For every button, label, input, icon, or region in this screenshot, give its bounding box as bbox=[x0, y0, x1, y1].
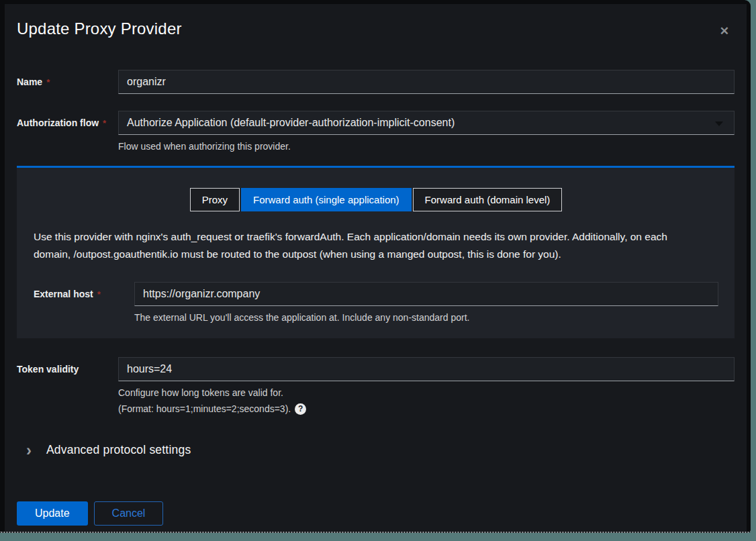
authorization-flow-row: Authorization flow* Authorize Applicatio… bbox=[17, 111, 735, 152]
required-marker: * bbox=[103, 118, 106, 128]
close-icon[interactable]: ✕ bbox=[717, 24, 732, 38]
page-title: Update Proxy Provider bbox=[17, 19, 182, 39]
chevron-down-icon bbox=[715, 121, 723, 126]
proxy-mode-tabs: Proxy Forward auth (single application) … bbox=[34, 188, 718, 211]
token-validity-label: Token validity bbox=[17, 357, 118, 381]
external-host-label: External host* bbox=[34, 282, 134, 307]
external-host-row: External host* The external URL you'll a… bbox=[34, 282, 718, 324]
name-input[interactable] bbox=[118, 70, 735, 94]
update-button[interactable]: Update bbox=[17, 501, 88, 526]
window-frame: Update Proxy Provider ✕ Name* Authorizat… bbox=[0, 0, 751, 533]
required-marker: * bbox=[97, 289, 101, 299]
advanced-protocol-settings-expander[interactable]: › Advanced protocol settings bbox=[17, 443, 735, 457]
modal-header: Update Proxy Provider ✕ bbox=[17, 19, 735, 39]
chevron-right-icon: › bbox=[26, 444, 32, 457]
token-validity-help: Configure how long tokens are valid for. bbox=[118, 387, 735, 399]
token-validity-format-help: (Format: hours=1;minutes=2;seconds=3). ? bbox=[118, 403, 735, 415]
cancel-button[interactable]: Cancel bbox=[94, 501, 164, 526]
modal-footer: Update Cancel bbox=[17, 501, 735, 526]
authorization-flow-selected-value: Authorize Application (default-provider-… bbox=[127, 117, 455, 128]
required-marker: * bbox=[46, 77, 50, 87]
token-validity-row: Token validity Configure how long tokens… bbox=[17, 357, 735, 415]
name-field-row: Name* bbox=[17, 70, 735, 95]
advanced-protocol-settings-label: Advanced protocol settings bbox=[46, 443, 191, 457]
proxy-mode-card: Proxy Forward auth (single application) … bbox=[17, 166, 735, 338]
tab-proxy[interactable]: Proxy bbox=[190, 188, 240, 211]
tab-forward-auth-single-application[interactable]: Forward auth (single application) bbox=[241, 188, 412, 211]
authorization-flow-help: Flow used when authorizing this provider… bbox=[118, 140, 735, 152]
external-host-input[interactable] bbox=[134, 282, 718, 306]
token-validity-input[interactable] bbox=[118, 357, 735, 381]
authorization-flow-select[interactable]: Authorize Application (default-provider-… bbox=[118, 111, 735, 135]
external-host-help: The external URL you'll access the appli… bbox=[134, 311, 718, 324]
update-proxy-provider-modal: Update Proxy Provider ✕ Name* Authorizat… bbox=[5, 4, 747, 532]
forward-auth-description: Use this provider with nginx's auth_requ… bbox=[34, 228, 705, 263]
authorization-flow-label: Authorization flow* bbox=[17, 111, 118, 136]
question-circle-icon[interactable]: ? bbox=[295, 403, 306, 415]
name-label: Name* bbox=[17, 70, 118, 95]
tab-forward-auth-domain-level[interactable]: Forward auth (domain level) bbox=[413, 188, 563, 211]
